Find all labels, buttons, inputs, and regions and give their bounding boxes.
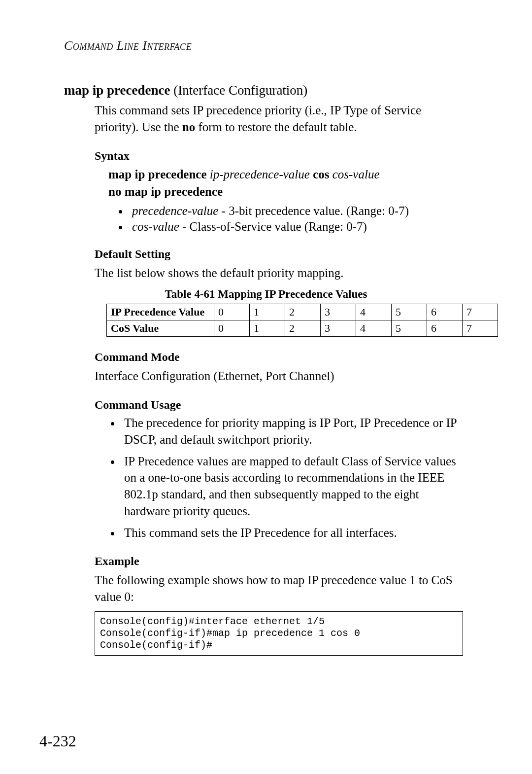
cell: 2 [285, 304, 321, 320]
cell: 4 [356, 320, 392, 337]
cell: 5 [392, 304, 427, 320]
example-text: The following example shows how to map I… [95, 572, 463, 605]
intro-text-2: form to restore the default table. [195, 120, 357, 134]
command-description: This command sets IP precedence priority… [95, 102, 463, 136]
cell: 6 [427, 320, 463, 337]
example-code: Console(config)#interface ethernet 1/5 C… [95, 611, 463, 656]
command-usage-list: The precedence for priority mapping is I… [112, 415, 463, 541]
cell: 0 [214, 304, 250, 320]
example-label: Example [95, 555, 468, 568]
param-name: cos-value [132, 220, 179, 233]
cell: 3 [321, 320, 356, 337]
cell: 7 [463, 304, 498, 320]
param-desc: - Class-of-Service value (Range: 0-7) [179, 220, 367, 233]
syntax-no-form: no map ip precedence [108, 185, 223, 198]
syntax-label: Syntax [95, 149, 468, 163]
syntax-param-2: cos-value - Class-of-Service value (Rang… [129, 220, 468, 234]
cell: 5 [392, 320, 427, 337]
running-header: Command Line Interface [64, 38, 468, 53]
command-context: (Interface Configuration) [170, 83, 307, 98]
page: Command Line Interface map ip precedence… [0, 0, 532, 774]
cell: 6 [427, 304, 463, 320]
param-desc: - 3-bit precedence value. (Range: 0-7) [218, 204, 409, 217]
cell: 1 [250, 304, 285, 320]
row-label: CoS Value [107, 320, 214, 337]
command-mode-label: Command Mode [95, 351, 468, 364]
syntax-cmd-1: map ip precedence [108, 168, 207, 181]
page-number: 4-232 [39, 732, 76, 750]
precedence-table: IP Precedence Value 0 1 2 3 4 5 6 7 CoS … [106, 304, 498, 337]
syntax-param-1: precedence-value - 3-bit precedence valu… [129, 204, 468, 218]
cell: 1 [250, 320, 285, 337]
default-setting-label: Default Setting [95, 247, 468, 261]
default-setting-text: The list below shows the default priorit… [95, 265, 463, 281]
syntax-arg-1: ip-precedence-value [207, 168, 313, 181]
command-name: map ip precedence [64, 83, 170, 98]
table-caption-text: Table 4-61 Mapping IP Precedence Values [165, 288, 367, 300]
cell: 2 [285, 320, 321, 337]
intro-no-keyword: no [182, 120, 195, 134]
usage-item-2: IP Precedence values are mapped to defau… [121, 453, 463, 520]
command-mode-text: Interface Configuration (Ethernet, Port … [95, 368, 463, 385]
cell: 7 [463, 320, 498, 337]
command-usage-label: Command Usage [95, 398, 468, 412]
command-title: map ip precedence (Interface Configurati… [64, 83, 468, 98]
row-label: IP Precedence Value [107, 304, 214, 320]
table-row-cos: CoS Value 0 1 2 3 4 5 6 7 [107, 320, 498, 337]
syntax-param-list: precedence-value - 3-bit precedence valu… [120, 204, 468, 234]
syntax-lines: map ip precedence ip-precedence-value co… [108, 166, 468, 200]
syntax-cmd-2: cos [313, 168, 329, 181]
table-row-header: IP Precedence Value 0 1 2 3 4 5 6 7 [107, 304, 498, 320]
syntax-arg-2: cos-value [329, 168, 379, 181]
table-caption: Table 4-61 Mapping IP Precedence Values [64, 288, 468, 301]
usage-item-1: The precedence for priority mapping is I… [121, 415, 463, 448]
cell: 3 [321, 304, 356, 320]
param-name: precedence-value [132, 204, 218, 217]
usage-item-3: This command sets the IP Precedence for … [121, 525, 463, 541]
cell: 4 [356, 304, 392, 320]
cell: 0 [214, 320, 250, 337]
